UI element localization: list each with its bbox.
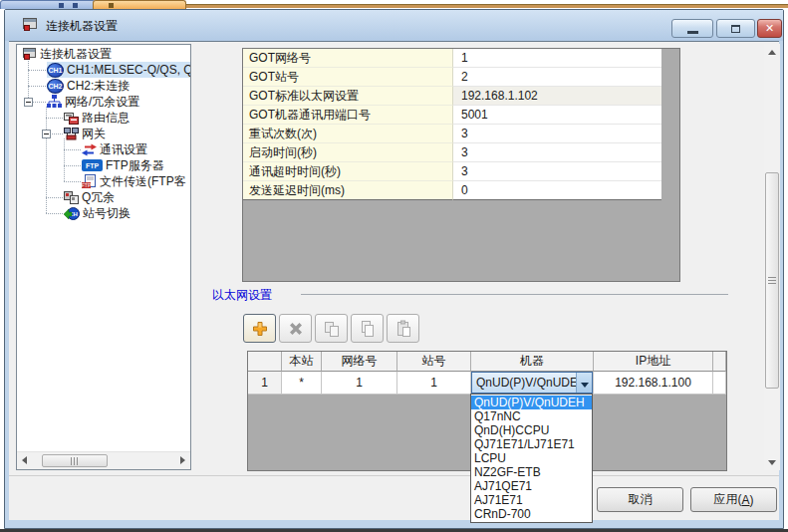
scroll-left-icon[interactable] bbox=[22, 456, 27, 464]
dropdown-option[interactable]: AJ71QE71 bbox=[471, 479, 592, 493]
dropdown-option[interactable]: QnD(H)CCPU bbox=[471, 423, 592, 437]
button-label: 取消 bbox=[629, 491, 653, 508]
routing-info-icon bbox=[64, 112, 79, 125]
tree-item-station-no-switching[interactable]: CH 站号切换 bbox=[17, 205, 191, 221]
connected-device-settings-dialog: 连接机器设置 ✕ 连接机器设置 CH1 CH1:MELSEC-Q/QS, Q C… bbox=[0, 0, 788, 532]
cell-host[interactable]: * bbox=[282, 372, 322, 395]
property-value[interactable]: 2 bbox=[453, 68, 661, 87]
cell-ip-address[interactable]: 192.168.1.100 bbox=[594, 372, 713, 395]
tree-item-label: 路由信息 bbox=[82, 110, 130, 127]
property-grid: GOT网络号1 GOT站号2 GOT标准以太网设置192.168.1.102 G… bbox=[242, 48, 680, 282]
tree-item-label: FTP服务器 bbox=[106, 157, 164, 174]
ch2-icon: CH2 bbox=[47, 79, 64, 94]
close-button[interactable]: ✕ bbox=[757, 19, 782, 38]
paste-icon bbox=[394, 320, 412, 338]
tab-icon bbox=[59, 3, 64, 8]
duplicate-button[interactable] bbox=[315, 314, 348, 343]
property-value[interactable]: 0 bbox=[453, 181, 661, 200]
collapse-toggle[interactable] bbox=[24, 98, 33, 107]
property-value[interactable]: 192.168.1.102 bbox=[453, 87, 661, 106]
filler-header bbox=[713, 352, 726, 372]
button-label: A bbox=[741, 493, 749, 507]
background-tab-active[interactable] bbox=[93, 0, 186, 9]
tree-item-ch2[interactable]: CH2 CH2:未连接 bbox=[17, 78, 191, 94]
tree-item-label: 文件传送(FTP客 bbox=[100, 173, 186, 190]
title-bar[interactable] bbox=[5, 10, 783, 41]
delete-button[interactable] bbox=[279, 314, 312, 343]
collapse-toggle[interactable] bbox=[42, 130, 51, 138]
background-tab-inactive[interactable] bbox=[0, 0, 96, 9]
tree-item-connected-device-settings[interactable]: 连接机器设置 bbox=[17, 46, 191, 62]
dropdown-option[interactable]: CRnD-700 bbox=[471, 507, 592, 521]
device-combobox[interactable]: QnUD(P)V/QnUDEH bbox=[471, 372, 593, 394]
tree-item-ftp-server[interactable]: FTP FTP服务器 bbox=[17, 157, 191, 173]
scroll-down-icon bbox=[768, 460, 776, 465]
paste-button[interactable] bbox=[387, 314, 419, 343]
tree-item-label: Q冗余 bbox=[82, 189, 115, 206]
maximize-icon bbox=[731, 25, 740, 33]
dropdown-option[interactable]: QJ71E71/LJ71E71 bbox=[471, 437, 592, 451]
property-label: GOT站号 bbox=[243, 68, 453, 87]
property-value[interactable]: 3 bbox=[453, 162, 661, 181]
dropdown-option[interactable]: AJ71E71 bbox=[471, 493, 592, 507]
add-button[interactable] bbox=[243, 314, 276, 343]
device-settings-icon bbox=[22, 47, 37, 61]
maximize-button[interactable] bbox=[716, 19, 755, 38]
cell-station-no[interactable]: 1 bbox=[397, 372, 471, 395]
property-value[interactable]: 3 bbox=[453, 143, 661, 162]
tree-item-label: 网关 bbox=[82, 126, 106, 142]
property-label: GOT网络号 bbox=[243, 49, 453, 68]
tree-item-q-redundant[interactable]: Q冗余 bbox=[17, 189, 191, 205]
cell-network-no[interactable]: 1 bbox=[322, 372, 397, 395]
tree-item-network-redundancy[interactable]: 网络/冗余设置 bbox=[17, 94, 191, 110]
tree-item-label: CH1:MELSEC-Q/QS, Q bbox=[67, 63, 191, 77]
scroll-right-icon[interactable] bbox=[180, 456, 185, 464]
group-line bbox=[301, 294, 728, 295]
copy-button[interactable] bbox=[351, 314, 384, 343]
property-value[interactable]: 3 bbox=[453, 125, 661, 143]
col-header-station-no[interactable]: 站号 bbox=[397, 352, 471, 372]
chevron-down-icon[interactable] bbox=[576, 373, 592, 393]
property-value[interactable]: 5001 bbox=[453, 106, 661, 125]
col-header-ip-address[interactable]: IP地址 bbox=[594, 352, 713, 372]
dropdown-option[interactable]: Q17nNC bbox=[471, 409, 592, 423]
combobox-value: QnUD(P)V/QnUDEH bbox=[472, 372, 576, 394]
dropdown-option[interactable]: LCPU bbox=[471, 451, 592, 465]
tree-item-label: 网络/冗余设置 bbox=[65, 94, 139, 111]
scroll-down-button[interactable] bbox=[764, 454, 780, 470]
dropdown-option[interactable]: NZ2GF-ETB bbox=[471, 465, 592, 479]
tree-item-label: 通讯设置 bbox=[100, 141, 147, 158]
tree-item-communication-settings[interactable]: 通讯设置 bbox=[17, 141, 191, 157]
tab-icon bbox=[109, 3, 114, 8]
scrollbar-thumb[interactable] bbox=[765, 172, 779, 389]
device-settings-icon bbox=[22, 17, 38, 35]
close-icon: ✕ bbox=[765, 22, 774, 35]
ftp-server-icon: FTP bbox=[82, 159, 103, 171]
minimize-button[interactable] bbox=[671, 19, 713, 38]
dropdown-option[interactable]: QnUD(P)V/QnUDEH bbox=[471, 396, 592, 409]
q-redundant-icon bbox=[64, 191, 79, 204]
row-header[interactable]: 1 bbox=[248, 372, 282, 395]
dialog-vertical-scrollbar[interactable] bbox=[764, 44, 780, 470]
tree-item-routing-info[interactable]: 路由信息 bbox=[17, 110, 191, 126]
tree-item-ch1[interactable]: CH1 CH1:MELSEC-Q/QS, Q bbox=[17, 62, 191, 78]
apply-button[interactable]: 应用(A) bbox=[690, 487, 777, 512]
cancel-button[interactable]: 取消 bbox=[597, 487, 683, 512]
tree-horizontal-scrollbar[interactable] bbox=[17, 451, 190, 469]
col-header-device[interactable]: 机器 bbox=[471, 352, 594, 372]
property-value[interactable]: 1 bbox=[453, 49, 661, 68]
scroll-up-icon bbox=[768, 50, 776, 55]
tab-strip-baseline bbox=[186, 4, 788, 8]
tree-item-file-transfer-ftp-client[interactable]: FTP 文件传送(FTP客 bbox=[17, 173, 191, 189]
scrollbar-thumb[interactable] bbox=[42, 454, 108, 467]
dialog-title: 连接机器设置 bbox=[46, 18, 118, 35]
scroll-up-button[interactable] bbox=[764, 44, 780, 60]
svg-text:FTP: FTP bbox=[82, 182, 92, 188]
communication-settings-icon bbox=[82, 143, 97, 156]
x-icon bbox=[287, 320, 305, 338]
col-header-network-no[interactable]: 网络号 bbox=[322, 352, 397, 372]
ethernet-table-header: 本站 网络号 站号 机器 IP地址 bbox=[248, 352, 726, 372]
tree-item-label: CH2:未连接 bbox=[67, 78, 130, 95]
col-header-host[interactable]: 本站 bbox=[282, 352, 322, 372]
tree-item-label: 连接机器设置 bbox=[40, 46, 112, 63]
